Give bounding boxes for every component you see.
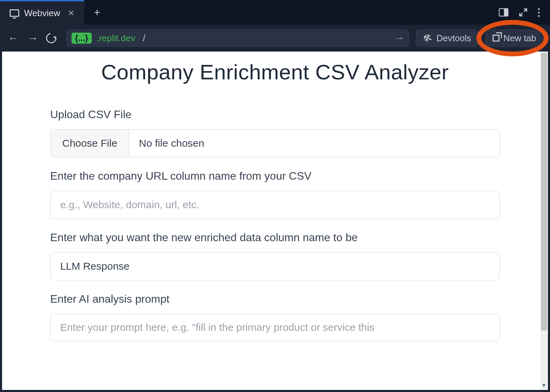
svg-rect-1	[504, 9, 508, 16]
choose-file-button[interactable]: Choose File	[51, 130, 129, 157]
ide-frame: Webview ✕ + ← → {...} .replit.dev / → 🛠 …	[0, 0, 550, 392]
devtools-button[interactable]: 🛠 Devtools	[416, 29, 478, 47]
reload-icon	[44, 31, 58, 45]
tab-webview[interactable]: Webview ✕	[0, 0, 84, 25]
external-link-icon	[493, 35, 499, 42]
upload-label: Upload CSV File	[50, 108, 500, 121]
more-menu-icon[interactable]	[538, 8, 540, 17]
scrollbar-track[interactable]: ▼	[540, 52, 548, 390]
scrollbar-down-arrow-icon[interactable]: ▼	[541, 382, 547, 389]
expand-icon[interactable]	[519, 8, 528, 17]
monitor-icon	[10, 9, 19, 17]
webview-content: ▼ Company Enrichment CSV Analyzer Upload…	[0, 52, 550, 392]
page-body: Company Enrichment CSV Analyzer Upload C…	[2, 60, 548, 355]
devtools-label: Devtools	[436, 33, 471, 44]
prompt-label: Enter AI analysis prompt	[50, 293, 500, 305]
prompt-textarea[interactable]: Enter your prompt here, e.g. "fill in th…	[50, 314, 500, 341]
new-column-input[interactable]	[50, 252, 500, 280]
sidebar-toggle-icon[interactable]	[499, 8, 508, 16]
tab-label: Webview	[24, 8, 60, 19]
new-tab-label: New tab	[504, 33, 536, 44]
back-button[interactable]: ←	[6, 32, 20, 44]
url-path: /	[143, 33, 145, 44]
new-tab-plus-icon[interactable]: +	[94, 6, 100, 19]
url-domain: .replit.dev	[97, 33, 135, 44]
url-column-input[interactable]	[50, 191, 500, 219]
close-tab-icon[interactable]: ✕	[68, 8, 75, 18]
reload-button[interactable]	[46, 33, 60, 43]
url-chip: {...}	[72, 33, 92, 44]
page-scroll: ▼ Company Enrichment CSV Analyzer Upload…	[2, 52, 548, 390]
page-title: Company Enrichment CSV Analyzer	[50, 60, 500, 84]
file-status-text: No file chosen	[129, 137, 214, 149]
forward-button[interactable]: →	[26, 32, 40, 44]
url-column-label: Enter the company URL column name from y…	[50, 170, 500, 182]
url-toolbar: ← → {...} .replit.dev / → 🛠 Devtools New…	[0, 25, 550, 52]
wrench-icon: 🛠	[422, 32, 434, 45]
scrollbar-thumb[interactable]	[541, 53, 547, 331]
new-tab-button[interactable]: New tab	[485, 29, 544, 47]
go-arrow-icon[interactable]: →	[394, 33, 404, 44]
new-column-label: Enter what you want the new enriched dat…	[50, 231, 500, 244]
file-input-row[interactable]: Choose File No file chosen	[50, 129, 500, 157]
tab-strip: Webview ✕ +	[0, 0, 550, 25]
address-bar[interactable]: {...} .replit.dev / →	[66, 29, 409, 47]
prompt-placeholder: Enter your prompt here, e.g. "fill in th…	[60, 322, 374, 333]
